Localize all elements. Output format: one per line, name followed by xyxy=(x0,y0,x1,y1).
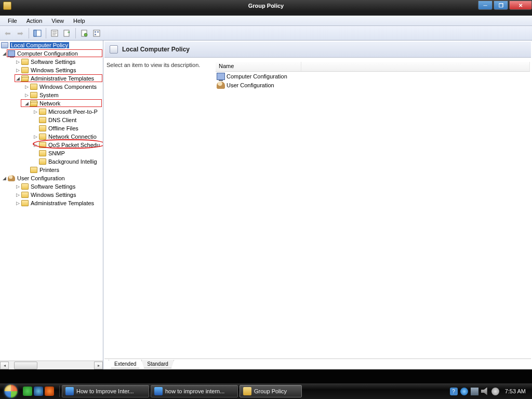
folder-open-icon xyxy=(30,100,37,107)
svg-rect-12 xyxy=(95,34,96,35)
menu-action[interactable]: Action xyxy=(22,16,47,25)
quicklaunch-icon[interactable] xyxy=(23,387,32,396)
tree-label: DNS Client xyxy=(48,117,77,123)
expand-icon[interactable]: ▷ xyxy=(33,110,38,114)
tree-label: Windows Components xyxy=(39,84,97,90)
quicklaunch-ie-icon[interactable] xyxy=(34,387,43,396)
tab-standard[interactable]: Standard xyxy=(141,360,174,368)
quicklaunch-firefox-icon[interactable] xyxy=(45,387,54,396)
volume-icon[interactable] xyxy=(481,388,489,395)
back-button[interactable]: ⬅ xyxy=(2,28,14,39)
taskbar-item-label: Group Policy xyxy=(254,388,287,394)
tree-horizontal-scrollbar[interactable]: ◂ ▸ xyxy=(0,361,103,369)
taskbar-clock[interactable]: 7:53 AM xyxy=(505,388,526,394)
policy-icon xyxy=(1,42,8,48)
taskbar-item-label: How to Improve Inter... xyxy=(76,388,134,394)
forward-button[interactable]: ➡ xyxy=(15,28,26,39)
menu-file[interactable]: File xyxy=(3,16,22,25)
tree-administrative-templates[interactable]: ◢ Administrative Templates xyxy=(0,74,103,83)
tree-network-connections[interactable]: ▷ Network Connectio xyxy=(0,132,103,141)
svg-point-8 xyxy=(84,33,87,36)
collapse-icon[interactable]: ◢ xyxy=(2,51,7,56)
tree-label: Software Settings xyxy=(30,183,76,190)
expand-icon[interactable]: ▷ xyxy=(16,184,20,189)
computer-icon xyxy=(8,50,15,57)
column-name[interactable]: Name xyxy=(216,62,301,71)
tree-label: Network Connectio xyxy=(48,134,97,140)
computer-icon xyxy=(217,73,225,80)
svg-rect-6 xyxy=(64,30,69,36)
tree-user-configuration[interactable]: ◢ User Configuration xyxy=(0,174,103,182)
tab-extended[interactable]: Extended xyxy=(109,360,142,368)
folder-icon xyxy=(21,67,29,73)
list-item-user-configuration[interactable]: User Configuration xyxy=(216,81,530,89)
taskbar-item-group-policy[interactable]: Group Policy xyxy=(240,385,302,397)
taskbar-item-improve-2[interactable]: how to improve intern... xyxy=(151,385,238,397)
help-icon[interactable]: ? xyxy=(450,388,458,395)
list-item-label: User Configuration xyxy=(227,82,274,88)
properties-button[interactable] xyxy=(49,28,60,39)
svg-rect-11 xyxy=(97,31,99,33)
tree-dns-client[interactable]: DNS Client xyxy=(0,116,103,124)
show-hide-tree-button[interactable] xyxy=(32,28,43,39)
folder-icon xyxy=(39,109,46,115)
taskbar-item-improve-1[interactable]: How to Improve Inter... xyxy=(62,385,149,397)
start-button[interactable] xyxy=(2,383,20,399)
expand-icon[interactable]: ▷ xyxy=(16,201,20,206)
refresh-button[interactable] xyxy=(91,28,102,39)
toolbar: ⬅ ➡ xyxy=(0,26,532,41)
tree-system[interactable]: ▷ System xyxy=(0,91,103,99)
tree-computer-configuration[interactable]: ◢ Computer Configuration xyxy=(0,49,103,58)
console-tree[interactable]: Local Computer Policy ◢ Computer Configu… xyxy=(0,41,103,361)
list-header: Name xyxy=(216,62,530,72)
folder-icon xyxy=(39,142,46,148)
tree-background-intelligent[interactable]: Background Intellig xyxy=(0,157,103,166)
expand-icon[interactable]: ▷ xyxy=(33,135,38,139)
export-list-button[interactable] xyxy=(61,28,73,39)
tree-peer-to-peer[interactable]: ▷ Microsoft Peer-to-P xyxy=(0,108,103,116)
collapse-icon[interactable]: ◢ xyxy=(2,176,7,181)
scroll-thumb[interactable] xyxy=(14,362,37,369)
tree-network[interactable]: ◢ Network xyxy=(0,99,103,108)
network-icon[interactable] xyxy=(471,388,478,395)
tree-qos-packet-scheduler[interactable]: ▷ QoS Packet Schedu xyxy=(0,141,103,149)
tree-user-admin-templates[interactable]: ▷ Administrative Templates xyxy=(0,199,103,207)
tree-printers[interactable]: Printers xyxy=(0,166,103,174)
tree-snmp[interactable]: SNMP xyxy=(0,149,103,157)
tree-user-software-settings[interactable]: ▷ Software Settings xyxy=(0,182,103,191)
menu-help[interactable]: Help xyxy=(69,16,90,25)
details-panel: Local Computer Policy Select an item to … xyxy=(103,41,532,369)
scroll-left-button[interactable]: ◂ xyxy=(0,362,9,369)
expand-icon[interactable]: ▷ xyxy=(33,143,38,148)
scroll-right-button[interactable]: ▸ xyxy=(94,362,103,369)
list-item-computer-configuration[interactable]: Computer Configuration xyxy=(216,72,530,81)
filter-button[interactable] xyxy=(78,28,90,39)
tree-windows-settings[interactable]: ▷ Windows Settings xyxy=(0,66,103,74)
user-icon xyxy=(8,175,15,181)
menu-view[interactable]: View xyxy=(47,16,69,25)
tray-icon[interactable] xyxy=(460,388,468,395)
expand-icon[interactable]: ▷ xyxy=(16,193,20,197)
tree-windows-components[interactable]: ▷ Windows Components xyxy=(0,83,103,91)
windows-logo-icon xyxy=(4,384,18,398)
expand-icon[interactable]: ▷ xyxy=(16,60,20,64)
collapse-icon[interactable]: ◢ xyxy=(16,76,20,81)
view-tabs: Extended Standard xyxy=(104,358,531,368)
expand-icon[interactable]: ▷ xyxy=(16,68,20,73)
tray-icon[interactable] xyxy=(491,388,499,395)
details-header: Local Computer Policy xyxy=(104,42,531,58)
collapse-icon[interactable]: ◢ xyxy=(24,101,29,106)
svg-rect-10 xyxy=(95,31,96,33)
expand-icon[interactable]: ▷ xyxy=(24,93,29,98)
folder-open-icon xyxy=(21,75,29,82)
expand-icon[interactable]: ▷ xyxy=(24,85,29,89)
tree-software-settings[interactable]: ▷ Software Settings xyxy=(0,58,103,66)
tree-root[interactable]: Local Computer Policy xyxy=(0,41,103,49)
tree-user-windows-settings[interactable]: ▷ Windows Settings xyxy=(0,191,103,199)
items-list: Name Computer Configuration User Configu… xyxy=(216,62,530,358)
word-icon xyxy=(65,387,74,395)
toolbar-separator xyxy=(29,28,29,38)
details-title: Local Computer Policy xyxy=(122,46,190,53)
folder-icon xyxy=(39,158,46,165)
tree-offline-files[interactable]: Offline Files xyxy=(0,124,103,132)
